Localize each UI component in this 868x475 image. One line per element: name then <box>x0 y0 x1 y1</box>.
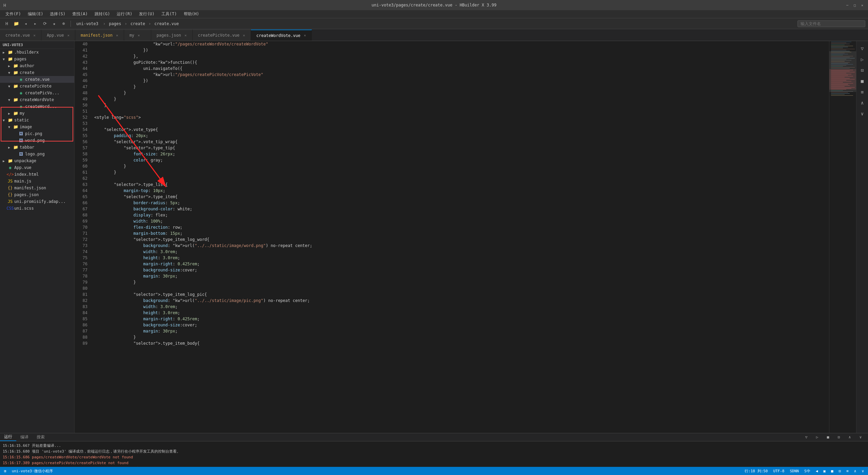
right-icon-3[interactable]: ⊡ <box>857 65 867 75</box>
sidebar-item-logo-png[interactable]: 🖼 logo.png <box>0 151 74 157</box>
svg-rect-8 <box>831 48 843 48</box>
sidebar-item-image[interactable]: ▼ 📁 image <box>0 124 74 130</box>
sidebar-item-pages-json[interactable]: {} pages.json <box>0 191 74 198</box>
sidebar-item-tabbar[interactable]: ▶ 📁 tabbar <box>0 144 74 151</box>
tab-my[interactable]: my × <box>124 30 151 41</box>
minimap-slider[interactable] <box>829 51 856 92</box>
svg-rect-2 <box>831 42 851 42</box>
sidebar-item-createwordvote[interactable]: ▼ 📁 createWordVote <box>0 96 74 103</box>
menu-goto[interactable]: 跳转(G) <box>92 11 113 18</box>
status-icon-3[interactable]: ■ <box>831 469 833 473</box>
menu-edit[interactable]: 编辑(E) <box>25 11 46 18</box>
tab-create-vue-label: create.vue <box>5 33 30 38</box>
tab-createpicvote-close[interactable]: × <box>243 33 245 38</box>
code-line-71: margin-bottom: 15px; <box>94 230 829 236</box>
status-icon-1[interactable]: ◀ <box>816 469 818 473</box>
menu-help[interactable]: 帮助(H) <box>181 11 202 18</box>
sidebar-item-createwordvote-file[interactable]: ◉ createWord... <box>0 103 74 110</box>
sidebar-item-static[interactable]: ▼ 📁 static <box>0 117 74 124</box>
tab-create-vue[interactable]: create.vue × <box>0 30 41 41</box>
sidebar-item-index-html[interactable]: </> index.html <box>0 171 74 178</box>
close-button[interactable]: ✕ <box>860 3 865 7</box>
toolbar-logo[interactable]: H <box>3 20 11 28</box>
sidebar-item-uni-promisify[interactable]: JS uni.promisify.adap... <box>0 198 74 205</box>
right-icon-7[interactable]: ∨ <box>857 109 867 118</box>
sidebar-item-manifest-json[interactable]: {} manifest.json <box>0 185 74 191</box>
sidebar-item-create[interactable]: ▼ 📁 create <box>0 69 74 76</box>
right-icon-5[interactable]: ≡ <box>857 87 867 97</box>
sidebar-item-author[interactable]: ▶ 📁 author <box>0 62 74 69</box>
sidebar-item-create-vue[interactable]: ◉ create.vue <box>0 76 74 83</box>
tab-pages-json-close[interactable]: × <box>184 33 187 38</box>
menu-publish[interactable]: 发行(U) <box>136 11 157 18</box>
status-icon-4[interactable]: ⊡ <box>839 469 841 473</box>
sidebar-item-createpicvote[interactable]: ▼ 📁 createPicVote <box>0 83 74 90</box>
bottom-panel-icon-stop[interactable]: ■ <box>823 433 833 442</box>
toolbar-separator <box>71 21 71 27</box>
toolbar-back[interactable]: ◂ <box>22 20 30 28</box>
menu-run[interactable]: 运行(R) <box>114 11 135 18</box>
bottom-tab-compile[interactable]: 编译 <box>16 434 33 441</box>
tab-manifest-json[interactable]: manifest.json × <box>75 30 124 41</box>
bottom-panel-icon-down[interactable]: ▽ <box>802 433 811 442</box>
menu-select[interactable]: 选择(S) <box>47 11 68 18</box>
bottom-tab-search[interactable]: 搜索 <box>33 434 49 441</box>
sidebar-item-unpackage[interactable]: ▶ 📁 unpackage <box>0 157 74 164</box>
window-controls[interactable]: ─ □ ✕ <box>845 3 865 7</box>
bottom-panel-tabs: 运行 编译 搜索 ▽ ▷ ■ ⊡ ∧ ∨ <box>0 433 868 441</box>
tab-createwordvote[interactable]: createWordVote.vue × <box>251 30 312 41</box>
code-editor[interactable]: "kw">url:"/pages/createWordVote/createWo… <box>92 41 829 433</box>
right-icon-1[interactable]: ▽ <box>857 44 867 53</box>
file-manifest-json-icon: {} <box>7 185 13 191</box>
toolbar-refresh[interactable]: ⟳ <box>41 20 49 28</box>
bottom-panel-icon-play[interactable]: ▷ <box>812 433 822 442</box>
bottom-panel-icon-box[interactable]: ⊡ <box>834 433 844 442</box>
sidebar-item-uni-scss[interactable]: CSS uni.scss <box>0 205 74 212</box>
tab-createwordvote-close[interactable]: × <box>304 33 306 38</box>
folder-my-icon: 📁 <box>13 111 18 116</box>
tab-create-vue-close[interactable]: × <box>33 33 36 38</box>
status-icon-2[interactable]: ▣ <box>823 469 826 473</box>
right-icon-6[interactable]: ∧ <box>857 98 867 108</box>
tab-my-close[interactable]: × <box>138 33 140 38</box>
arrow-unpackage: ▶ <box>3 159 7 163</box>
minimize-button[interactable]: ─ <box>845 3 850 7</box>
console-line-2: 15:16:15.680 项目 'uni-vote3' 编译成功，前端运行日志，… <box>3 449 865 454</box>
maximize-button[interactable]: □ <box>852 3 857 7</box>
menu-tools[interactable]: 工具(T) <box>159 11 180 18</box>
toolbar-folder[interactable]: 📁 <box>12 20 20 28</box>
menu-file[interactable]: 文件(F) <box>3 11 24 18</box>
toolbar-star[interactable]: ★ <box>50 20 58 28</box>
sidebar-item-word-png[interactable]: 🖼 word.png <box>0 137 74 144</box>
tab-manifest-json-close[interactable]: × <box>116 33 118 38</box>
tab-app-vue[interactable]: App.vue × <box>41 30 75 41</box>
tab-createpicvote[interactable]: createPicVote.vue × <box>193 30 251 41</box>
status-icon-6[interactable]: ∧ <box>854 469 856 473</box>
tab-app-vue-close[interactable]: × <box>67 33 70 38</box>
code-line-58: font-size: 26rpx; <box>94 151 829 157</box>
toolbar-add[interactable]: ⊕ <box>60 20 68 28</box>
code-line-55: padding: 20px; <box>94 133 829 139</box>
right-icon-2[interactable]: ▷ <box>857 55 867 64</box>
sidebar-item-pages[interactable]: ▼ 📁 pages <box>0 56 74 62</box>
tab-pages-json[interactable]: pages.json × <box>151 30 193 41</box>
minimap[interactable] <box>829 41 856 433</box>
status-icon-7[interactable]: ∨ <box>862 469 864 473</box>
code-line-87: margin: 30rpx; <box>94 328 829 334</box>
search-input[interactable] <box>797 20 865 27</box>
toolbar-forward[interactable]: ▸ <box>31 20 39 28</box>
sidebar-item-pic-png[interactable]: 🖼 pic.png <box>0 130 74 137</box>
sidebar-item-my[interactable]: ▶ 📁 my <box>0 110 74 117</box>
editor-content[interactable]: 4041424344454647484950515253545556575859… <box>75 41 856 433</box>
bottom-tab-run[interactable]: 运行 <box>0 433 16 441</box>
sidebar-item-hbuilderx[interactable]: ▶ 📁 .hbuilderx <box>0 49 74 56</box>
sidebar-item-main-js[interactable]: JS main.js <box>0 178 74 185</box>
sidebar-item-createpicvote-label: createPicVote <box>20 84 52 89</box>
bottom-panel-icon-up[interactable]: ∧ <box>845 433 854 442</box>
bottom-panel-icon-close[interactable]: ∨ <box>856 433 865 442</box>
right-icon-4[interactable]: ■ <box>857 76 867 86</box>
menu-find[interactable]: 查找(A) <box>70 11 91 18</box>
sidebar-item-app-vue[interactable]: ◉ App.vue <box>0 164 74 171</box>
status-icon-5[interactable]: ≡ <box>846 469 849 473</box>
sidebar-item-createpicvote-file[interactable]: ◉ createPicVo... <box>0 90 74 96</box>
